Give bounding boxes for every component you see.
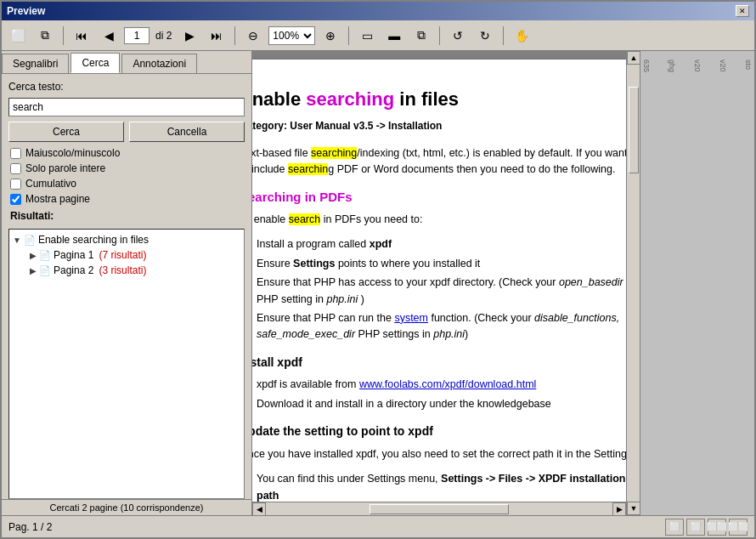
tree-child-page2[interactable]: ▶ 📄 Pagina 2 (3 risultati)	[30, 264, 240, 277]
h-scroll-right-btn[interactable]: ▶	[612, 502, 626, 516]
first-page-icon[interactable]: ⏮	[70, 25, 93, 47]
pdf-section3-text: Once you have installed xpdf, you also n…	[252, 446, 626, 462]
h-scroll-thumb[interactable]	[370, 504, 508, 514]
nav-btn-4[interactable]: ⬜⬜	[729, 519, 748, 536]
search-button[interactable]: Cerca	[8, 122, 124, 142]
tree-item-root[interactable]: ▼ 📄 Enable searching in files	[13, 233, 240, 247]
status-bar-left: Cercati 2 pagine (10 corrispondenze)	[2, 499, 251, 515]
pdf-scroll-area[interactable]: Enable searching in files Category: User…	[252, 51, 626, 502]
list-item: Ensure Settings points to where you inst…	[257, 256, 626, 272]
rotate-left-icon[interactable]: ↺	[446, 25, 470, 47]
right-layout: Enable searching in files Category: User…	[252, 51, 754, 515]
h-scroll-left-btn[interactable]: ◀	[252, 502, 266, 516]
search-label: Cerca testo:	[8, 81, 245, 93]
v-scroll-thumb[interactable]	[629, 87, 639, 174]
option-cumulative: Cumulativo	[10, 178, 243, 190]
cancel-button[interactable]: Cancella	[129, 122, 245, 142]
tab-segnalibri[interactable]: Segnalibri	[2, 54, 69, 73]
prev-page-icon[interactable]: ◀	[97, 25, 121, 47]
toolbar-sep-3	[348, 26, 349, 45]
toolbar-sep-5	[503, 26, 504, 45]
pdf-title: Enable searching in files	[252, 85, 626, 113]
expand-icon: ▼	[13, 235, 21, 245]
next-page-icon[interactable]: ▶	[178, 25, 201, 47]
pdf-bullets-2: xpdf is available from www.foolabs.com/x…	[257, 377, 626, 412]
tree-children: ▶ 📄 Pagina 1 (7 risultati) ▶ 📄 Pagina 2	[30, 248, 240, 277]
tab-annotazioni[interactable]: Annotazioni	[121, 54, 197, 73]
tab-cerca[interactable]: Cerca	[71, 53, 120, 73]
nav-btn-3[interactable]: ⬜⬜	[708, 519, 726, 536]
pdf-section-2-title: Install xpdf	[252, 354, 626, 372]
page-double-icon[interactable]: ▬	[382, 25, 406, 47]
pdf-section1-intro: To enable search in PDFs you need to:	[252, 212, 626, 228]
title-bar: Preview ✕	[2, 2, 754, 20]
scan-icon[interactable]: ⬜	[6, 25, 30, 47]
toolbar: ⬜ ⧉ ⏮ ◀ 1 di 2 ▶ ⏭ ⊖ 100% 75% 125% 150% …	[2, 20, 754, 51]
h-scrollbar-area: ◀ ▶	[252, 502, 626, 515]
left-panel: Segnalibri Cerca Annotazioni Cerca testo…	[2, 51, 252, 515]
tab-bar: Segnalibri Cerca Annotazioni	[2, 51, 251, 74]
pdf-bullets-3: You can find this under Settings menu, S…	[257, 471, 626, 502]
tree-root: ▼ 📄 Enable searching in files ▶ 📄 Pagina…	[13, 233, 240, 277]
expand-icon-p2: ▶	[30, 266, 37, 275]
search-panel: Cerca testo: Cerca Cancella Maiuscolo/mi…	[2, 74, 251, 229]
page-single-icon[interactable]: ▭	[355, 25, 379, 47]
toolbar-sep-2	[234, 26, 235, 45]
pdf-body: Text-based file searching/indexing (txt,…	[252, 145, 626, 502]
last-page-icon[interactable]: ⏭	[205, 25, 228, 47]
page-icon-1: 📄	[39, 250, 51, 261]
list-item: Install a program called xpdf	[257, 236, 626, 252]
pdf-area: Enable searching in files Category: User…	[252, 51, 626, 515]
title-bar-controls: ✕	[736, 5, 749, 17]
pdf-section-1-title: Searching in PDFs	[252, 187, 626, 207]
nav-btn-1[interactable]: ⬜	[665, 519, 684, 536]
bottom-bar: Pag. 1 / 2 ⬜ ⬜ ⬜⬜ ⬜⬜	[2, 515, 754, 537]
pdf-para-1: Text-based file searching/indexing (txt,…	[252, 145, 626, 179]
list-item: Download it and install in a directory u…	[257, 396, 626, 412]
rotate-right-icon[interactable]: ↻	[473, 25, 497, 47]
option-show-pages: Mostra pagine	[10, 193, 243, 205]
v-scroll-down-btn[interactable]: ▼	[627, 502, 640, 515]
h-scrollbar[interactable]	[266, 502, 612, 516]
case-checkbox[interactable]	[10, 148, 21, 159]
pdf-section-3-title: Update the setting to point to xpdf	[252, 423, 626, 441]
cumulative-checkbox[interactable]	[10, 179, 21, 190]
search-input[interactable]	[8, 98, 245, 116]
expand-icon-p1: ▶	[30, 251, 37, 260]
pdf-category: Category: User Manual v3.5 -> Installati…	[252, 118, 626, 133]
option-whole-word: Solo parole intere	[10, 162, 243, 174]
page-number-input[interactable]: 1	[124, 27, 150, 44]
list-item: Ensure that PHP can run the system funct…	[257, 310, 626, 343]
pan-icon[interactable]: ✋	[510, 25, 533, 47]
results-tree[interactable]: ▼ 📄 Enable searching in files ▶ 📄 Pagina…	[8, 229, 245, 499]
zoom-out-icon[interactable]: ⊖	[241, 25, 265, 47]
pdf-page: Enable searching in files Category: User…	[252, 60, 626, 502]
v-scrollbar[interactable]	[627, 65, 640, 502]
side-labels: sto v20 v20 ghg 635	[640, 51, 754, 515]
tree-child-page1[interactable]: ▶ 📄 Pagina 1 (7 risultati)	[30, 248, 240, 262]
zoom-select[interactable]: 100% 75% 125% 150%	[268, 26, 315, 45]
window-title: Preview	[7, 5, 45, 17]
page2-count: (3 risultati)	[99, 264, 146, 276]
file-icon: 📄	[24, 235, 36, 246]
main-area: Segnalibri Cerca Annotazioni Cerca testo…	[2, 51, 754, 515]
list-item: You can find this under Settings menu, S…	[257, 471, 626, 502]
nav-buttons: ⬜ ⬜ ⬜⬜ ⬜⬜	[665, 519, 748, 536]
option-case: Maiuscolo/minuscolo	[10, 147, 243, 159]
results-label: Risultati:	[8, 210, 245, 222]
xpdf-link[interactable]: www.foolabs.com/xpdf/download.html	[359, 378, 536, 390]
copy-icon[interactable]: ⧉	[33, 25, 57, 47]
zoom-in-icon[interactable]: ⊕	[319, 25, 342, 47]
page-all-icon[interactable]: ⧉	[409, 25, 433, 47]
toolbar-sep-1	[63, 26, 64, 45]
page-icon-2: 📄	[39, 265, 51, 276]
close-button[interactable]: ✕	[736, 5, 749, 17]
nav-btn-2[interactable]: ⬜	[686, 519, 705, 536]
system-link[interactable]: system	[394, 312, 428, 324]
v-scroll-up-btn[interactable]: ▲	[627, 51, 640, 65]
show-pages-checkbox[interactable]	[10, 194, 21, 205]
whole-word-checkbox[interactable]	[10, 163, 21, 174]
search-buttons: Cerca Cancella	[8, 122, 245, 142]
list-item: Ensure that PHP has access to your xpdf …	[257, 275, 626, 308]
list-item: xpdf is available from www.foolabs.com/x…	[257, 377, 626, 393]
